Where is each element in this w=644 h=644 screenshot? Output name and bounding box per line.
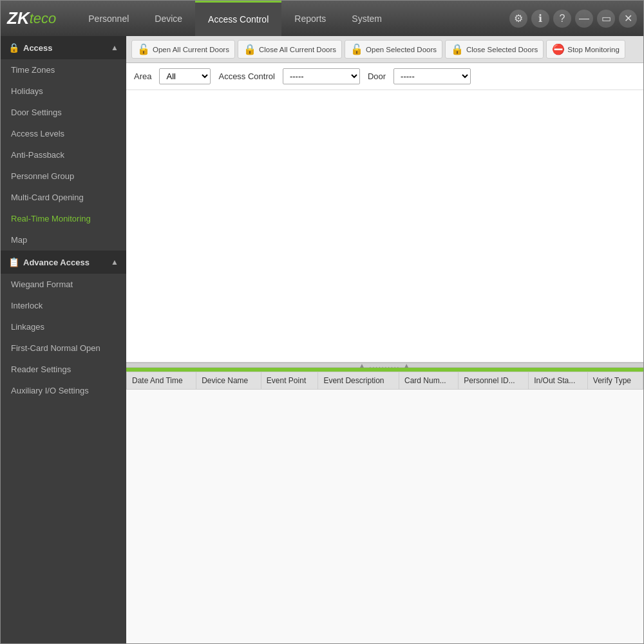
col-verify-type: Verify Type [587,372,643,390]
access-control-select[interactable]: ----- [283,68,360,84]
stop-monitoring-icon: ⛔ [552,43,565,55]
col-personnel-id: Personnel ID... [459,372,529,390]
area-select[interactable]: All [159,68,211,84]
sidebar-section-access[interactable]: 🔒 Access ▲ [1,36,126,59]
sidebar-item-holidays[interactable]: Holidays [1,80,126,102]
nav-item-device[interactable]: Device [142,1,195,36]
open-selected-icon: 🔓 [350,43,363,55]
app-window: ZKteco Personnel Device Access Control R… [0,0,644,644]
col-event-description: Event Description [318,372,399,390]
sidebar: 🔒 Access ▲ Time Zones Holidays Door Sett… [1,36,126,643]
maximize-icon[interactable]: ▭ [597,10,615,28]
sidebar-item-auxiliary-io-settings[interactable]: Auxiliary I/O Settings [1,380,126,401]
sidebar-item-reader-settings[interactable]: Reader Settings [1,359,126,380]
sidebar-section-advance-access[interactable]: 📋 Advance Access ▲ [1,251,126,274]
table-header-row: Date And Time Device Name Event Point Ev… [127,372,643,390]
close-all-current-doors-button[interactable]: 🔒 Close All Current Doors [238,40,342,59]
door-select[interactable]: ----- [393,68,471,84]
info-icon[interactable]: ℹ [531,10,549,28]
close-selected-doors-button[interactable]: 🔒 Close Selected Doors [445,40,544,59]
main-area: 🔒 Access ▲ Time Zones Holidays Door Sett… [1,36,643,643]
col-card-number: Card Num... [399,372,458,390]
logo-teco: teco [30,10,57,27]
open-selected-doors-button[interactable]: 🔓 Open Selected Doors [345,40,442,59]
nav-item-personnel[interactable]: Personnel [75,1,142,36]
sidebar-item-wiegand-format[interactable]: Wiegand Format [1,274,126,295]
open-selected-doors-label: Open Selected Doors [366,46,437,53]
minimize-icon[interactable]: — [575,10,593,28]
monitor-map [126,90,643,363]
events-table: Date And Time Device Name Event Point Ev… [126,372,643,390]
area-label: Area [134,71,151,81]
col-in-out-status: In/Out Sta... [529,372,588,390]
splitter[interactable]: ▲ .......... ▲ [126,363,643,368]
col-event-point: Event Point [261,372,318,390]
logo: ZKteco [7,8,56,28]
monitor-area: ▲ .......... ▲ Date And Time Device Name… [126,90,643,643]
advance-access-section-icon: 📋 [8,257,19,267]
sidebar-item-real-time-monitoring[interactable]: Real-Time Monitoring [1,208,126,229]
nav-items: Personnel Device Access Control Reports … [75,1,509,36]
close-all-current-doors-label: Close All Current Doors [259,46,336,53]
close-icon[interactable]: ✕ [619,10,637,28]
open-all-current-doors-button[interactable]: 🔓 Open All Current Doors [131,40,235,59]
settings-icon[interactable]: ⚙ [509,10,527,28]
toolbar: 🔓 Open All Current Doors 🔒 Close All Cur… [126,36,643,63]
col-device-name: Device Name [196,372,261,390]
sidebar-item-map[interactable]: Map [1,229,126,251]
content-area: 🔓 Open All Current Doors 🔒 Close All Cur… [126,36,643,643]
help-icon[interactable]: ? [553,10,571,28]
logo-zk: ZK [7,8,30,28]
close-all-doors-icon: 🔒 [243,43,256,55]
advance-access-collapse-icon: ▲ [111,258,118,267]
sidebar-item-interlock[interactable]: Interlock [1,295,126,316]
sidebar-item-first-card-normal-open[interactable]: First-Card Normal Open [1,337,126,359]
close-selected-doors-label: Close Selected Doors [466,46,538,53]
door-label: Door [368,71,386,81]
sidebar-item-multi-card-opening[interactable]: Multi-Card Opening [1,187,126,208]
nav-item-system[interactable]: System [339,1,395,36]
access-section-label: Access [23,43,53,53]
sidebar-item-anti-passback[interactable]: Anti-Passback [1,144,126,166]
sidebar-item-access-levels[interactable]: Access Levels [1,123,126,144]
advance-access-section-label: Advance Access [23,258,90,267]
sidebar-item-door-settings[interactable]: Door Settings [1,102,126,123]
col-date-and-time: Date And Time [127,372,196,390]
top-nav: ZKteco Personnel Device Access Control R… [1,1,643,36]
sidebar-item-time-zones[interactable]: Time Zones [1,59,126,80]
stop-monitoring-label: Stop Monitoring [567,46,620,53]
stop-monitoring-button[interactable]: ⛔ Stop Monitoring [546,40,625,59]
filter-bar: Area All Access Control ----- Door ----- [126,63,643,90]
open-all-doors-icon: 🔓 [137,43,150,55]
close-selected-icon: 🔒 [451,43,464,55]
table-area[interactable]: Date And Time Device Name Event Point Ev… [126,372,643,643]
nav-right: ⚙ ℹ ? — ▭ ✕ [509,10,637,28]
nav-item-access-control[interactable]: Access Control [195,1,281,36]
access-collapse-icon: ▲ [111,43,118,52]
open-all-current-doors-label: Open All Current Doors [153,46,229,53]
access-control-label: Access Control [218,71,274,81]
sidebar-item-linkages[interactable]: Linkages [1,316,126,337]
nav-item-reports[interactable]: Reports [281,1,339,36]
sidebar-item-personnel-group[interactable]: Personnel Group [1,166,126,187]
access-section-icon: 🔒 [8,43,19,53]
